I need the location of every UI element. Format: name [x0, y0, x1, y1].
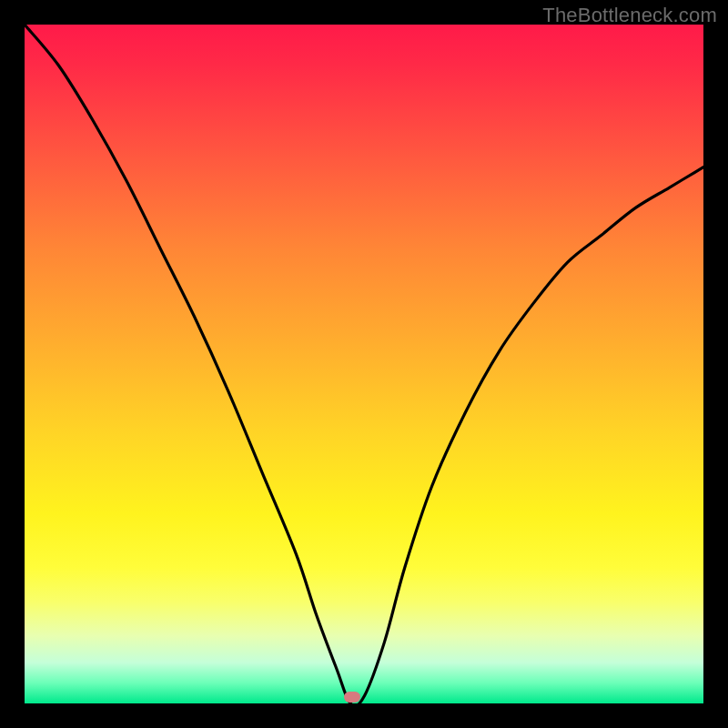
watermark-text: TheBottleneck.com: [542, 4, 717, 27]
plot-area: [25, 25, 703, 703]
minimum-marker: [344, 692, 360, 703]
bottleneck-curve: [25, 25, 703, 703]
